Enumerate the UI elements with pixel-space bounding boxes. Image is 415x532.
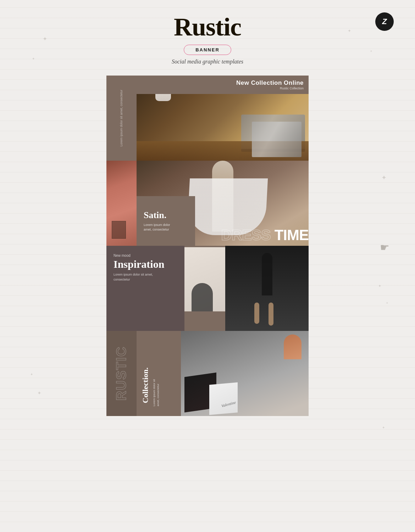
banner-card-2: Satin. Lorem ipsum doloramet, consectetu… [106, 161, 309, 246]
card-2-text-overlay: Satin. Lorem ipsum doloramet, consectetu… [137, 196, 195, 246]
deco-star-5: ✦ [381, 174, 387, 182]
card-1-header-bar: New Collection Online Rustic Collection [137, 76, 309, 94]
banner-cards-area: Lorem ipsum dolor sit amet, consectetur [0, 76, 415, 416]
deco-star-7: ✦ [386, 301, 388, 305]
brand-title: Rustic [172, 14, 243, 40]
brand-subtitle: Social media graphic templates [172, 59, 243, 65]
card-1-main: New Collection Online Rustic Collection [137, 76, 309, 161]
card-3-photos [184, 246, 309, 331]
banner-card-3: New mood Inspiration Lorem ipsum dolor s… [106, 246, 309, 331]
card-2-main: Satin. Lorem ipsum doloramet, consectetu… [137, 161, 309, 246]
card-4-watermark-area: RUSTIC [106, 331, 137, 416]
card-3-photo-small [184, 246, 225, 331]
card-3-bottom-accent [184, 311, 225, 331]
card-2-bottom-text: DRESS TIME [221, 227, 309, 244]
deco-star-9: ✦ [37, 390, 42, 396]
walking-figure [262, 253, 272, 295]
person-head [284, 334, 301, 359]
leg-right [269, 303, 273, 326]
card-3-title: Inspiration [114, 259, 177, 270]
deco-star-1: ✦ [43, 35, 47, 42]
card-3-lorem: Lorem ipsum dolor sit amet,consectetur [114, 272, 177, 282]
cursor-icon: ☛ [380, 241, 389, 254]
deco-star-6: ✦ [378, 284, 381, 288]
card-1-subtitle: Rustic Collection [280, 87, 304, 90]
card-2-title: Satin. [144, 210, 188, 221]
logo-letter: Z [382, 17, 387, 26]
card-4-magazine-photo: Valentine [181, 331, 309, 416]
table-surface [137, 141, 309, 161]
deco-star-8: ✦ [30, 372, 33, 376]
card-4-watermark: RUSTIC [114, 346, 129, 400]
brick-wall-photo [106, 161, 137, 246]
card-3-photo-large [225, 246, 309, 331]
time-text: TIME [275, 227, 309, 244]
brand-logo-icon: Z [375, 12, 394, 31]
card-1-sidebar: Lorem ipsum dolor sit amet, consectetur [106, 76, 137, 161]
leg-left [254, 303, 259, 324]
banner-card-1: Lorem ipsum dolor sit amet, consectetur [106, 76, 309, 161]
seated-figure [192, 283, 213, 311]
card-2-lorem: Lorem ipsum doloramet, consectetur [144, 223, 188, 232]
deco-star-3: ✦ [348, 28, 351, 34]
card-4-collection-title: Collection. [141, 367, 150, 403]
dress-text: DRESS [221, 227, 271, 244]
deco-star-10: ✦ [382, 426, 385, 430]
book-title-text: Valentine [221, 400, 236, 408]
deco-star-2: ✦ [32, 57, 35, 61]
book-light-page: Valentine [209, 382, 238, 415]
card-2-photo-left [106, 161, 137, 246]
card-3-eyebrow: New mood [114, 254, 177, 257]
card-1-sidebar-text: Lorem ipsum dolor sit amet, consectetur [119, 90, 124, 146]
page-header: Rustic BANNER Social media graphic templ… [172, 14, 243, 72]
page-wrapper: Z ✦ ✦ ✦ ✦ ✦ ✦ ✦ ✦ ✦ ✦ ☛ Rustic BANNER So… [0, 0, 415, 430]
banner-badge: BANNER [184, 45, 231, 55]
card-3-text-area: New mood Inspiration Lorem ipsum dolor s… [106, 246, 184, 331]
card-1-title: New Collection Online [236, 79, 304, 87]
banner-card-4: RUSTIC Collection. Lorem ipsum dolor sit… [106, 331, 309, 416]
window-shape [112, 221, 126, 239]
card-4-text-area: Collection. Lorem ipsum dolor sitamet, c… [137, 331, 181, 416]
deco-star-4: ✦ [370, 50, 372, 53]
valentine-book: Valentine [184, 370, 238, 412]
card-4-lorem: Lorem ipsum dolor sitamet, consectetur [152, 379, 160, 406]
card-4-photo: Valentine [181, 331, 309, 416]
